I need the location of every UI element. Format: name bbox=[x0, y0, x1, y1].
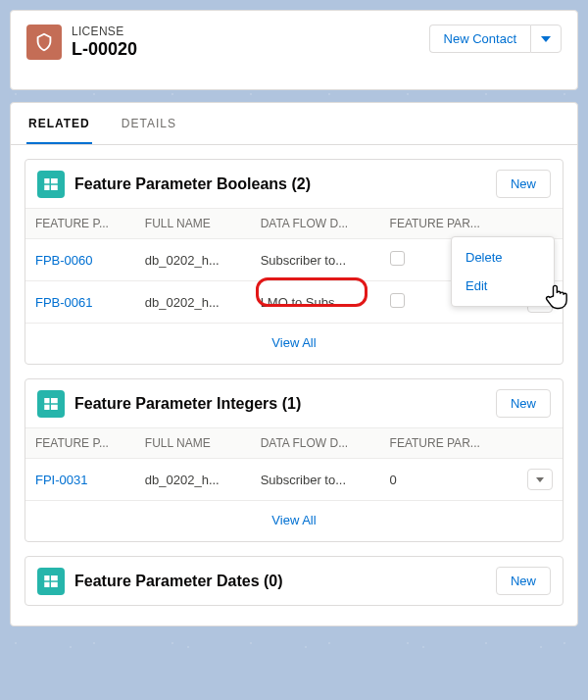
feature-parameter-icon bbox=[37, 390, 65, 418]
tab-details[interactable]: DETAILS bbox=[120, 103, 178, 144]
view-all-link[interactable]: View All bbox=[271, 335, 316, 350]
record-header: LICENSE L-00020 New Contact bbox=[10, 10, 578, 90]
checkbox[interactable] bbox=[390, 293, 405, 308]
new-integer-button[interactable]: New bbox=[496, 389, 551, 418]
object-label: LICENSE bbox=[72, 25, 137, 38]
related-list-title[interactable]: Feature Parameter Booleans (2) bbox=[74, 175, 311, 193]
view-all-integers: View All bbox=[25, 500, 563, 541]
record-body: RELATED DETAILS Feature Parameter Boolea… bbox=[10, 102, 578, 626]
feature-parameter-icon bbox=[37, 568, 65, 595]
col-feature-par[interactable]: FEATURE PAR... bbox=[380, 209, 510, 239]
feature-parameter-icon bbox=[37, 171, 65, 198]
view-all-link[interactable]: View All bbox=[271, 513, 316, 527]
chevron-down-icon bbox=[541, 36, 551, 42]
license-object-icon bbox=[26, 25, 62, 60]
record-link[interactable]: FPB-0060 bbox=[35, 253, 93, 268]
tabs: RELATED DETAILS bbox=[11, 103, 577, 145]
chevron-down-icon bbox=[536, 477, 544, 482]
header-actions-menu-button[interactable] bbox=[530, 25, 562, 53]
view-all-booleans: View All bbox=[25, 323, 563, 364]
col-full-name[interactable]: FULL NAME bbox=[135, 428, 251, 459]
table-row: FPI-0031 db_0202_h... Subscriber to... 0 bbox=[25, 459, 563, 501]
col-full-name[interactable]: FULL NAME bbox=[135, 209, 251, 239]
cell-feature-par: 0 bbox=[380, 459, 510, 501]
related-list-booleans: Feature Parameter Booleans (2) New FEATU… bbox=[24, 159, 564, 365]
integers-table: FEATURE P... FULL NAME DATA FLOW D... FE… bbox=[25, 427, 563, 500]
row-action-menu-button[interactable] bbox=[527, 469, 553, 490]
related-list-title[interactable]: Feature Parameter Dates (0) bbox=[74, 573, 283, 590]
col-feature-p[interactable]: FEATURE P... bbox=[25, 428, 135, 459]
new-date-button[interactable]: New bbox=[496, 567, 551, 595]
cell-full-name: db_0202_h... bbox=[135, 281, 251, 324]
related-list-dates: Feature Parameter Dates (0) New bbox=[24, 556, 564, 606]
cell-data-flow: Subscriber to... bbox=[251, 239, 380, 281]
menu-item-delete[interactable]: Delete bbox=[452, 243, 554, 272]
new-contact-button[interactable]: New Contact bbox=[429, 25, 530, 53]
related-list-title[interactable]: Feature Parameter Integers (1) bbox=[74, 395, 301, 413]
cell-full-name: db_0202_h... bbox=[135, 239, 251, 281]
record-link[interactable]: FPB-0061 bbox=[35, 295, 93, 310]
cell-data-flow: LMO to Subs... bbox=[251, 281, 380, 324]
col-data-flow[interactable]: DATA FLOW D... bbox=[251, 209, 380, 239]
cursor-hand-icon bbox=[543, 281, 570, 314]
related-list-integers: Feature Parameter Integers (1) New FEATU… bbox=[24, 378, 564, 542]
col-feature-p[interactable]: FEATURE P... bbox=[25, 209, 135, 239]
record-name: L-00020 bbox=[72, 39, 137, 60]
col-data-flow[interactable]: DATA FLOW D... bbox=[251, 428, 380, 459]
header-actions: New Contact bbox=[429, 25, 562, 53]
checkbox[interactable] bbox=[390, 251, 405, 266]
menu-item-edit[interactable]: Edit bbox=[452, 272, 554, 300]
record-link[interactable]: FPI-0031 bbox=[35, 473, 87, 487]
col-feature-par[interactable]: FEATURE PAR... bbox=[380, 428, 510, 459]
cell-full-name: db_0202_h... bbox=[135, 459, 251, 501]
tab-related[interactable]: RELATED bbox=[26, 103, 92, 144]
row-action-menu: Delete Edit bbox=[451, 236, 555, 307]
cell-data-flow: Subscriber to... bbox=[251, 459, 380, 501]
new-boolean-button[interactable]: New bbox=[496, 170, 551, 198]
